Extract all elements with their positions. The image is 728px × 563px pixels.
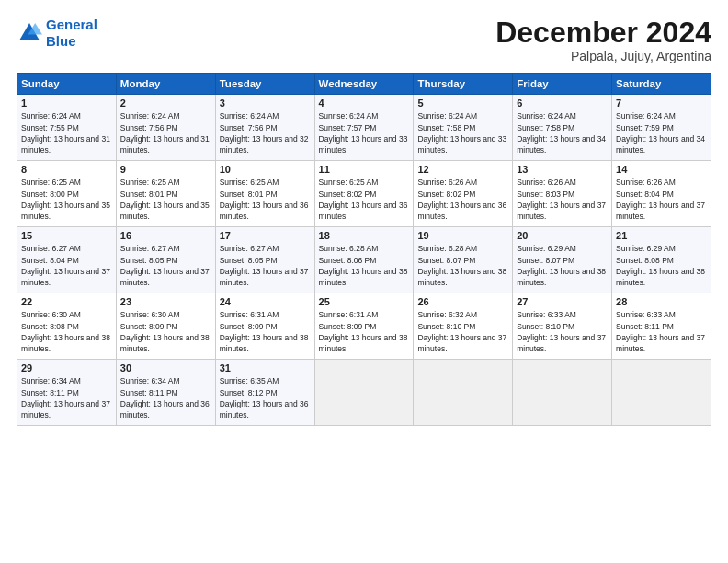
day-number: 21 [616, 230, 707, 241]
day-number: 6 [517, 98, 608, 109]
calendar-cell [513, 360, 612, 426]
calendar-cell: 2Sunrise: 6:24 AMSunset: 7:56 PMDaylight… [116, 95, 215, 161]
calendar-cell: 22Sunrise: 6:30 AMSunset: 8:08 PMDayligh… [17, 293, 117, 360]
day-content: Sunrise: 6:24 AMSunset: 7:58 PMDaylight:… [417, 110, 508, 155]
calendar-cell [314, 360, 414, 426]
calendar-cell: 3Sunrise: 6:24 AMSunset: 7:56 PMDaylight… [215, 95, 314, 161]
calendar-cell: 25Sunrise: 6:31 AMSunset: 8:09 PMDayligh… [314, 293, 414, 360]
day-number: 11 [319, 164, 410, 175]
day-number: 10 [220, 164, 311, 175]
col-header-tuesday: Tuesday [215, 74, 314, 95]
col-header-wednesday: Wednesday [314, 74, 414, 95]
calendar-cell: 14Sunrise: 6:26 AMSunset: 8:04 PMDayligh… [612, 161, 711, 227]
day-number: 7 [616, 98, 707, 109]
calendar-cell: 23Sunrise: 6:30 AMSunset: 8:09 PMDayligh… [116, 293, 215, 360]
calendar-cell: 29Sunrise: 6:34 AMSunset: 8:11 PMDayligh… [17, 360, 117, 426]
day-number: 9 [120, 164, 211, 175]
calendar-cell: 4Sunrise: 6:24 AMSunset: 7:57 PMDaylight… [314, 95, 414, 161]
day-content: Sunrise: 6:27 AMSunset: 8:05 PMDaylight:… [220, 243, 311, 288]
calendar-cell: 27Sunrise: 6:33 AMSunset: 8:10 PMDayligh… [513, 293, 612, 360]
day-content: Sunrise: 6:24 AMSunset: 7:56 PMDaylight:… [120, 110, 211, 155]
calendar-cell: 9Sunrise: 6:25 AMSunset: 8:01 PMDaylight… [116, 161, 215, 227]
calendar-cell: 18Sunrise: 6:28 AMSunset: 8:06 PMDayligh… [314, 227, 414, 293]
day-number: 5 [417, 98, 508, 109]
calendar-cell: 10Sunrise: 6:25 AMSunset: 8:01 PMDayligh… [215, 161, 314, 227]
calendar-cell: 24Sunrise: 6:31 AMSunset: 8:09 PMDayligh… [215, 293, 314, 360]
day-content: Sunrise: 6:26 AMSunset: 8:04 PMDaylight:… [616, 177, 707, 222]
calendar-cell: 28Sunrise: 6:33 AMSunset: 8:11 PMDayligh… [612, 293, 711, 360]
day-content: Sunrise: 6:29 AMSunset: 8:08 PMDaylight:… [616, 243, 707, 288]
day-number: 3 [220, 98, 311, 109]
calendar-cell: 13Sunrise: 6:26 AMSunset: 8:03 PMDayligh… [513, 161, 612, 227]
day-content: Sunrise: 6:26 AMSunset: 8:02 PMDaylight:… [417, 177, 508, 222]
day-number: 1 [21, 98, 112, 109]
logo-icon [17, 20, 42, 46]
calendar-cell: 15Sunrise: 6:27 AMSunset: 8:04 PMDayligh… [17, 227, 117, 293]
day-content: Sunrise: 6:34 AMSunset: 8:11 PMDaylight:… [21, 375, 112, 420]
day-number: 13 [517, 164, 608, 175]
calendar-cell: 21Sunrise: 6:29 AMSunset: 8:08 PMDayligh… [612, 227, 711, 293]
day-content: Sunrise: 6:32 AMSunset: 8:10 PMDaylight:… [417, 309, 508, 354]
day-number: 19 [417, 230, 508, 241]
day-content: Sunrise: 6:25 AMSunset: 8:01 PMDaylight:… [120, 177, 211, 222]
day-content: Sunrise: 6:33 AMSunset: 8:10 PMDaylight:… [517, 309, 608, 354]
day-content: Sunrise: 6:25 AMSunset: 8:01 PMDaylight:… [220, 177, 311, 222]
calendar-week-row: 15Sunrise: 6:27 AMSunset: 8:04 PMDayligh… [17, 227, 711, 293]
col-header-friday: Friday [513, 74, 612, 95]
day-content: Sunrise: 6:27 AMSunset: 8:05 PMDaylight:… [120, 243, 211, 288]
month-title: December 2024 [495, 17, 711, 49]
calendar-header-row: SundayMondayTuesdayWednesdayThursdayFrid… [17, 74, 711, 95]
calendar-cell: 11Sunrise: 6:25 AMSunset: 8:02 PMDayligh… [314, 161, 414, 227]
calendar-week-row: 29Sunrise: 6:34 AMSunset: 8:11 PMDayligh… [17, 360, 711, 426]
day-number: 28 [616, 296, 707, 307]
calendar-cell: 12Sunrise: 6:26 AMSunset: 8:02 PMDayligh… [414, 161, 513, 227]
day-number: 25 [319, 296, 410, 307]
calendar-cell: 17Sunrise: 6:27 AMSunset: 8:05 PMDayligh… [215, 227, 314, 293]
day-number: 14 [616, 164, 707, 175]
day-number: 17 [220, 230, 311, 241]
day-content: Sunrise: 6:34 AMSunset: 8:11 PMDaylight:… [120, 375, 211, 420]
calendar-cell: 26Sunrise: 6:32 AMSunset: 8:10 PMDayligh… [414, 293, 513, 360]
calendar-page: GeneralBlue December 2024 Palpala, Jujuy… [0, 0, 728, 563]
header: GeneralBlue December 2024 Palpala, Jujuy… [17, 17, 711, 63]
day-content: Sunrise: 6:30 AMSunset: 8:09 PMDaylight:… [120, 309, 211, 354]
day-number: 27 [517, 296, 608, 307]
day-number: 23 [120, 296, 211, 307]
calendar-cell: 31Sunrise: 6:35 AMSunset: 8:12 PMDayligh… [215, 360, 314, 426]
day-content: Sunrise: 6:24 AMSunset: 7:58 PMDaylight:… [517, 110, 608, 155]
day-number: 12 [417, 164, 508, 175]
day-number: 16 [120, 230, 211, 241]
day-number: 24 [220, 296, 311, 307]
day-content: Sunrise: 6:24 AMSunset: 7:55 PMDaylight:… [21, 110, 112, 155]
calendar-cell: 1Sunrise: 6:24 AMSunset: 7:55 PMDaylight… [17, 95, 117, 161]
logo: GeneralBlue [17, 17, 97, 50]
day-content: Sunrise: 6:31 AMSunset: 8:09 PMDaylight:… [319, 309, 410, 354]
day-content: Sunrise: 6:24 AMSunset: 7:59 PMDaylight:… [616, 110, 707, 155]
day-number: 22 [21, 296, 112, 307]
day-content: Sunrise: 6:27 AMSunset: 8:04 PMDaylight:… [21, 243, 112, 288]
col-header-monday: Monday [116, 74, 215, 95]
day-content: Sunrise: 6:28 AMSunset: 8:07 PMDaylight:… [417, 243, 508, 288]
day-number: 8 [21, 164, 112, 175]
day-content: Sunrise: 6:26 AMSunset: 8:03 PMDaylight:… [517, 177, 608, 222]
day-content: Sunrise: 6:24 AMSunset: 7:56 PMDaylight:… [220, 110, 311, 155]
calendar-cell: 30Sunrise: 6:34 AMSunset: 8:11 PMDayligh… [116, 360, 215, 426]
day-content: Sunrise: 6:30 AMSunset: 8:08 PMDaylight:… [21, 309, 112, 354]
title-block: December 2024 Palpala, Jujuy, Argentina [495, 17, 711, 63]
calendar-cell: 8Sunrise: 6:25 AMSunset: 8:00 PMDaylight… [17, 161, 117, 227]
day-number: 31 [220, 362, 311, 373]
day-content: Sunrise: 6:24 AMSunset: 7:57 PMDaylight:… [319, 110, 410, 155]
day-content: Sunrise: 6:31 AMSunset: 8:09 PMDaylight:… [220, 309, 311, 354]
day-content: Sunrise: 6:25 AMSunset: 8:00 PMDaylight:… [21, 177, 112, 222]
day-number: 4 [319, 98, 410, 109]
day-number: 30 [120, 362, 211, 373]
day-content: Sunrise: 6:28 AMSunset: 8:06 PMDaylight:… [319, 243, 410, 288]
calendar-cell [612, 360, 711, 426]
day-content: Sunrise: 6:33 AMSunset: 8:11 PMDaylight:… [616, 309, 707, 354]
calendar-cell: 19Sunrise: 6:28 AMSunset: 8:07 PMDayligh… [414, 227, 513, 293]
day-number: 15 [21, 230, 112, 241]
calendar-cell: 16Sunrise: 6:27 AMSunset: 8:05 PMDayligh… [116, 227, 215, 293]
calendar-week-row: 8Sunrise: 6:25 AMSunset: 8:00 PMDaylight… [17, 161, 711, 227]
day-content: Sunrise: 6:25 AMSunset: 8:02 PMDaylight:… [319, 177, 410, 222]
col-header-thursday: Thursday [414, 74, 513, 95]
